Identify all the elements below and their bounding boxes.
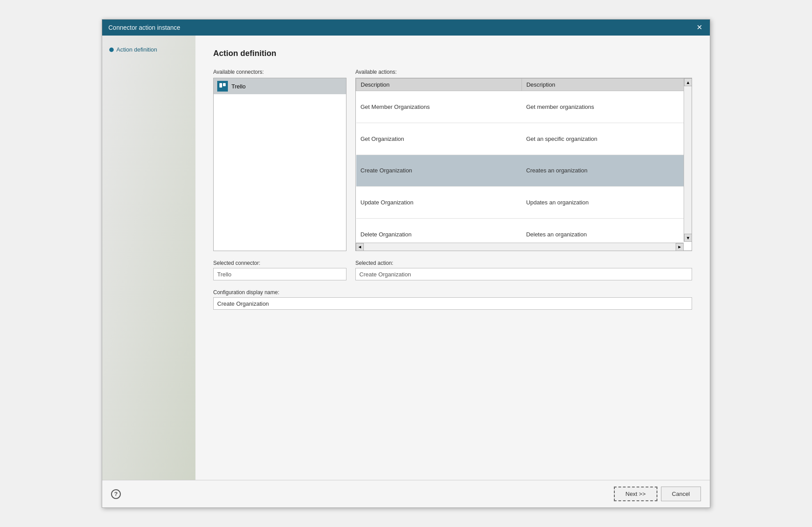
table-row[interactable]: Get Member Organizations Get member orga…: [356, 91, 692, 123]
actions-column: Available actions: Description Descripti…: [355, 69, 692, 251]
action-name-cell: Get Member Organizations: [356, 91, 522, 123]
table-row[interactable]: Update Organization Updates an organizat…: [356, 187, 692, 219]
action-desc-cell: Get member organizations: [521, 91, 691, 123]
help-button[interactable]: ?: [111, 489, 121, 499]
sidebar-item-label: Action definition: [116, 46, 157, 53]
next-button[interactable]: Next >>: [614, 487, 657, 501]
selected-connector-group: Selected connector:: [213, 260, 346, 280]
selected-row: Selected connector: Selected action:: [213, 260, 692, 280]
action-desc-cell: Creates an organization: [521, 155, 691, 187]
table-row[interactable]: Create Organization Creates an organizat…: [356, 155, 692, 187]
selected-connector-input[interactable]: [213, 268, 346, 280]
config-display-name-label: Configuration display name:: [213, 289, 692, 295]
action-name-cell: Get Organization: [356, 123, 522, 155]
selected-action-group: Selected action:: [355, 260, 692, 280]
scroll-right-button[interactable]: ►: [676, 243, 684, 251]
connectors-column: Available connectors: Trello: [213, 69, 346, 251]
dialog-footer: ? Next >> Cancel: [102, 480, 710, 507]
actions-table: Description Description Get Member Organ…: [356, 78, 692, 251]
scroll-left-button[interactable]: ◄: [356, 243, 364, 251]
col-header-desc: Description: [521, 79, 691, 91]
selected-action-label: Selected action:: [355, 260, 692, 266]
connector-name: Trello: [231, 83, 246, 90]
col-header-name: Description: [356, 79, 522, 91]
action-desc-cell: Get an specific organization: [521, 123, 691, 155]
section-title: Action definition: [213, 49, 692, 58]
sidebar-dot: [109, 48, 114, 52]
connectors-actions-area: Available connectors: Trello: [213, 69, 692, 251]
main-content: Action definition Available connectors:: [195, 36, 710, 480]
connector-item-trello[interactable]: Trello: [214, 78, 346, 94]
trello-svg: [219, 83, 226, 90]
vertical-scrollbar[interactable]: ▲ ▼: [684, 78, 692, 242]
actions-table-container: Description Description Get Member Organ…: [355, 78, 692, 251]
table-row[interactable]: Get Organization Get an specific organiz…: [356, 123, 692, 155]
footer-left: ?: [111, 489, 121, 499]
selected-connector-label: Selected connector:: [213, 260, 346, 266]
scroll-track: [684, 86, 692, 234]
dialog-title: Connector action instance: [108, 24, 180, 31]
scroll-up-button[interactable]: ▲: [684, 78, 692, 86]
dialog-body: Action definition Action definition Avai…: [102, 36, 710, 480]
close-button[interactable]: ✕: [695, 23, 704, 32]
svg-rect-0: [219, 83, 222, 88]
config-display-name-input[interactable]: [213, 297, 692, 310]
title-bar: Connector action instance ✕: [102, 20, 710, 36]
table-header-row: Description Description: [356, 79, 692, 91]
action-name-cell: Create Organization: [356, 155, 522, 187]
trello-icon: [217, 81, 228, 92]
action-desc-cell: Updates an organization: [521, 187, 691, 219]
sidebar: Action definition: [102, 36, 195, 480]
selected-action-input[interactable]: [355, 268, 692, 280]
action-name-cell: Update Organization: [356, 187, 522, 219]
horizontal-scrollbar[interactable]: ◄ ►: [356, 243, 684, 251]
connector-action-dialog: Connector action instance ✕ Action defin…: [102, 19, 710, 508]
footer-buttons: Next >> Cancel: [614, 487, 701, 501]
available-connectors-label: Available connectors:: [213, 69, 346, 75]
cancel-button[interactable]: Cancel: [661, 487, 701, 501]
connector-list[interactable]: Trello: [213, 78, 346, 251]
available-actions-label: Available actions:: [355, 69, 692, 75]
scroll-down-button[interactable]: ▼: [684, 234, 692, 242]
sidebar-item-action-definition[interactable]: Action definition: [109, 44, 188, 55]
svg-rect-1: [223, 83, 226, 86]
actions-table-body: Get Member Organizations Get member orga…: [356, 91, 692, 251]
config-display-name-group: Configuration display name:: [213, 289, 692, 310]
